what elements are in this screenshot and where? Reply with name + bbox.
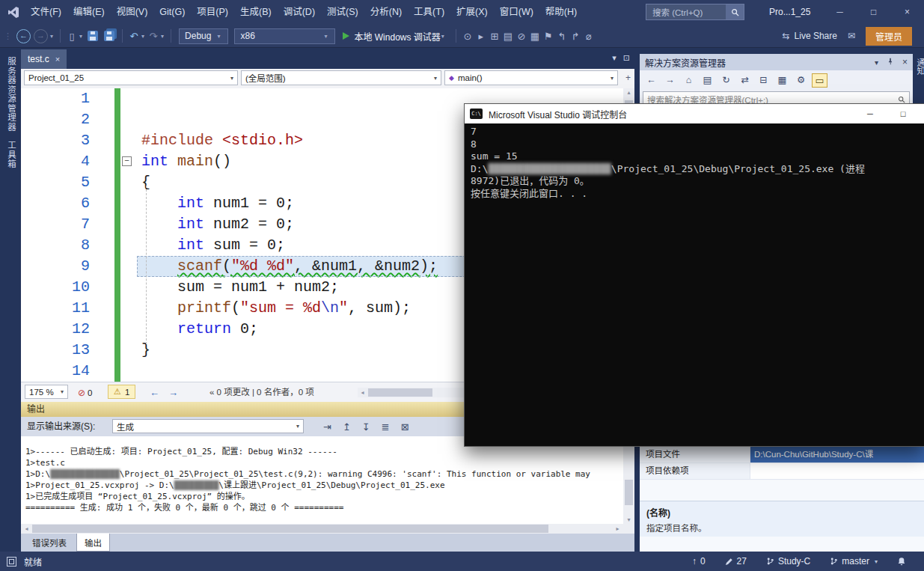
next-bookmark-icon[interactable]: ↱: [569, 31, 582, 42]
console-minimize-icon[interactable]: ─: [854, 104, 887, 123]
notifications-bell[interactable]: [897, 557, 906, 567]
line-number[interactable]: 5: [21, 172, 90, 193]
title-search-box[interactable]: 搜索 (Ctrl+Q): [646, 4, 744, 20]
collapse-all-icon[interactable]: ⊟: [756, 73, 771, 88]
line-number[interactable]: 3: [21, 130, 90, 151]
breakpoint-margin[interactable]: [90, 277, 114, 298]
save-all-icon[interactable]: [104, 31, 114, 41]
line-number[interactable]: 11: [21, 298, 90, 319]
scroll-left-icon[interactable]: ◂: [22, 524, 31, 534]
warning-indicator[interactable]: ⚠ 1: [108, 385, 135, 399]
console-maximize-icon[interactable]: □: [887, 104, 920, 123]
collapse-icon[interactable]: −: [122, 156, 132, 166]
sidebar-tab-toolbox[interactable]: 工具箱: [5, 141, 17, 169]
tab-test-c[interactable]: test.c ×: [21, 49, 67, 69]
scroll-up-icon[interactable]: ▴: [623, 89, 634, 96]
toolbar-grip-icon[interactable]: ⋮: [4, 31, 12, 41]
minimize-icon[interactable]: ─: [823, 0, 857, 25]
breakpoint-margin[interactable]: [90, 172, 114, 193]
close-icon[interactable]: ×: [902, 57, 908, 67]
line-number[interactable]: 2: [21, 109, 90, 130]
navigate-backward-icon[interactable]: ←: [16, 29, 31, 43]
line-number[interactable]: 1: [21, 88, 90, 109]
menu-item[interactable]: 窗口(W): [494, 0, 539, 25]
float-window-icon[interactable]: ⊡: [623, 53, 630, 63]
solution-explorer-header[interactable]: 解决方案资源管理器 ▾ ×: [640, 54, 913, 70]
clear-bookmarks-icon[interactable]: ⌀: [582, 31, 596, 42]
navigate-forward-icon[interactable]: →: [662, 73, 678, 88]
navigate-forward-icon[interactable]: →: [34, 29, 48, 43]
menu-item[interactable]: Git(G): [153, 0, 191, 25]
search-icon[interactable]: [726, 4, 744, 19]
property-row[interactable]: 项目文件D:\Cun-Chu\GitHub\Study-C\课: [640, 447, 924, 463]
menu-item[interactable]: 项目(P): [191, 0, 234, 25]
menu-item[interactable]: 文件(F): [25, 0, 67, 25]
panel-tab-output[interactable]: 输出: [76, 534, 110, 552]
pending-push-indicator[interactable]: ↑ 0: [692, 556, 706, 567]
line-number[interactable]: 7: [21, 214, 90, 235]
solution-platform-dropdown[interactable]: x86 ▾: [234, 28, 335, 44]
breakpoint-margin[interactable]: [90, 130, 114, 151]
breakpoint-margin[interactable]: [90, 298, 114, 319]
refresh-icon[interactable]: ↻: [718, 73, 734, 88]
chevron-down-icon[interactable]: ▾: [875, 58, 878, 67]
word-wrap-icon[interactable]: ≣: [382, 421, 390, 433]
menu-item[interactable]: 分析(N): [364, 0, 408, 25]
codelens-summary[interactable]: « 0 项更改 | 0 名作者，0 项: [209, 382, 314, 403]
branch-indicator[interactable]: master ▾: [830, 556, 878, 567]
close-icon[interactable]: ×: [890, 0, 924, 25]
output-horizontal-scrollbar[interactable]: ◂ ▸: [21, 524, 634, 534]
clear-all-icon[interactable]: ⊠: [401, 421, 409, 433]
line-number[interactable]: 12: [21, 319, 90, 340]
menu-item[interactable]: 生成(B): [234, 0, 278, 25]
menu-item[interactable]: 帮助(H): [539, 0, 583, 25]
command-window-icon[interactable]: ▸: [474, 31, 488, 42]
pending-edits-indicator[interactable]: 27: [725, 556, 747, 567]
sidebar-tab-server-explorer[interactable]: 服务器资源管理器: [5, 57, 17, 132]
line-number[interactable]: 6: [21, 193, 90, 214]
pending-changes-filter-icon[interactable]: ▤: [700, 73, 715, 88]
document-list-dropdown-icon[interactable]: ▾: [612, 53, 616, 63]
solution-explorer-icon[interactable]: ⊞: [488, 31, 501, 42]
scroll-right-icon[interactable]: ▸: [613, 524, 622, 534]
bookmark-icon[interactable]: ⚑: [542, 31, 555, 42]
zoom-dropdown[interactable]: 175 % ▾: [25, 385, 68, 399]
new-file-icon[interactable]: ▯: [65, 31, 79, 42]
breakpoint-margin[interactable]: [90, 319, 114, 340]
breakpoint-margin[interactable]: [90, 361, 114, 382]
sync-with-active-document-icon[interactable]: ⇄: [737, 73, 753, 88]
redo-dropdown-icon[interactable]: ▾: [161, 33, 164, 40]
new-file-dropdown-icon[interactable]: ▾: [79, 33, 82, 40]
tab-close-icon[interactable]: ×: [55, 55, 60, 64]
home-icon[interactable]: ⌂: [681, 73, 697, 88]
menu-item[interactable]: 工具(T): [408, 0, 450, 25]
line-number[interactable]: 8: [21, 235, 90, 256]
redo-icon[interactable]: ↷: [147, 31, 160, 42]
navigation-dropdown-icon[interactable]: ▾: [50, 33, 53, 40]
line-number[interactable]: 9: [21, 256, 90, 277]
properties-window-icon[interactable]: ▤: [501, 31, 515, 42]
undo-dropdown-icon[interactable]: ▾: [141, 33, 144, 40]
output-vertical-scrollbar[interactable]: ▴ ▾: [623, 436, 634, 524]
scrollbar-thumb[interactable]: [368, 388, 432, 397]
repository-indicator[interactable]: Study-C: [766, 556, 810, 567]
panel-tab-error-list[interactable]: 错误列表: [25, 534, 74, 552]
next-message-icon[interactable]: ↧: [362, 421, 370, 433]
console-output[interactable]: 78sum = 15D:\█████████████████████\Proje…: [465, 123, 924, 446]
goto-message-icon[interactable]: ⇥: [323, 421, 331, 433]
save-icon[interactable]: [88, 31, 98, 41]
project-dropdown[interactable]: Project_01_25 ▾: [24, 70, 238, 85]
next-issue-icon[interactable]: →: [168, 387, 178, 398]
pin-icon[interactable]: [887, 58, 894, 67]
menu-item[interactable]: 扩展(X): [450, 0, 494, 25]
output-source-dropdown[interactable]: 生成 ▾: [112, 419, 304, 433]
error-list-icon[interactable]: ⊘: [515, 31, 528, 42]
breakpoint-margin[interactable]: [90, 256, 114, 277]
scroll-down-icon[interactable]: ▾: [623, 516, 634, 523]
breakpoint-margin[interactable]: [90, 214, 114, 235]
property-value[interactable]: D:\Cun-Chu\GitHub\Study-C\课: [750, 447, 924, 462]
maximize-icon[interactable]: □: [857, 0, 890, 25]
line-number[interactable]: 13: [21, 340, 90, 361]
scroll-left-icon[interactable]: ◂: [358, 388, 367, 397]
menu-item[interactable]: 测试(S): [321, 0, 364, 25]
